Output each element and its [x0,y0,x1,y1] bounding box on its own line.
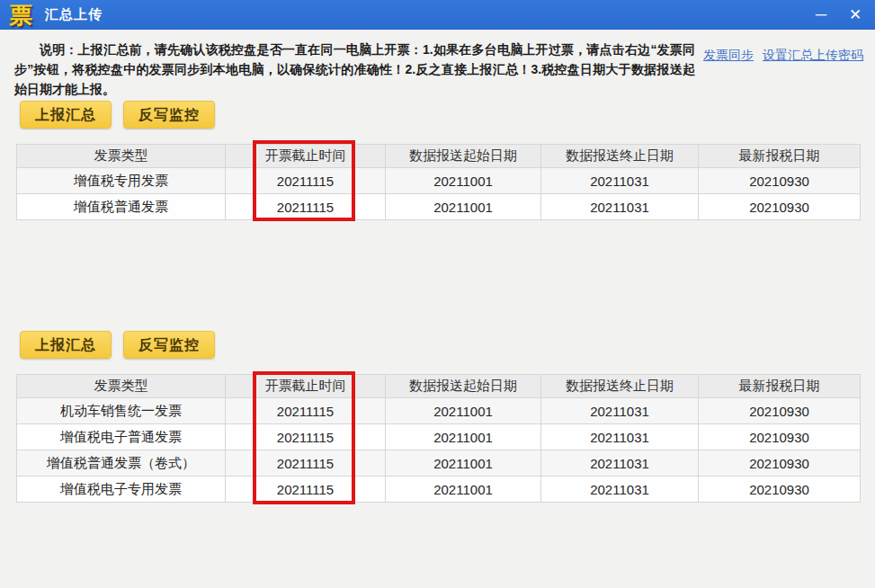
cell-invoice-type: 增值税电子普通发票 [17,424,226,450]
invoice-sync-link[interactable]: 发票同步 [703,48,754,64]
header-latest-tax-date: 最新报税日期 [699,375,861,398]
app-logo-icon: 票 [9,4,32,27]
cell-latest-tax-date: 20210930 [699,398,861,424]
table-row: 增值税电子普通发票 20211115 20211001 20211031 202… [17,424,861,450]
cell-report-start-date: 20211001 [386,450,541,477]
table1-header-row: 发票类型 开票截止时间 数据报送起始日期 数据报送终止日期 最新报税日期 [17,145,861,168]
cell-invoicing-deadline: 20211115 [226,168,386,194]
cell-report-start-date: 20211001 [386,194,541,220]
cell-invoice-type: 增值税普通发票（卷式） [17,450,226,477]
table-row: 增值税普通发票 20211115 20211001 20211031 20210… [17,194,861,220]
cell-report-end-date: 20211031 [541,424,699,450]
invoice-table-2: 发票类型 开票截止时间 数据报送起始日期 数据报送终止日期 最新报税日期 机动车… [16,374,861,503]
cell-report-end-date: 20211031 [541,168,699,194]
cell-invoicing-deadline: 20211115 [226,477,386,503]
writeback-monitor-button-2[interactable]: 反写监控 [123,331,215,359]
section2-button-row: 上报汇总 反写监控 [20,331,215,359]
cell-invoicing-deadline: 20211115 [226,194,386,220]
cell-invoicing-deadline: 20211115 [226,450,386,477]
header-report-start-date: 数据报送起始日期 [386,145,541,168]
cell-latest-tax-date: 20210930 [699,477,861,503]
table-row: 机动车销售统一发票 20211115 20211001 20211031 202… [17,398,861,424]
header-report-end-date: 数据报送终止日期 [541,145,699,168]
minimize-button[interactable]: ─ [810,4,832,26]
cell-invoice-type: 机动车销售统一发票 [17,398,226,424]
window-controls: ─ ✕ [810,4,866,26]
table-row: 增值税专用发票 20211115 20211001 20211031 20210… [17,168,861,194]
cell-latest-tax-date: 20210930 [699,194,861,220]
report-summary-button-1[interactable]: 上报汇总 [20,101,112,129]
titlebar: 票 汇总上传 ─ ✕ [0,0,875,30]
set-upload-password-link[interactable]: 设置汇总上传密码 [763,48,863,64]
table-row: 增值税电子专用发票 20211115 20211001 20211031 202… [17,477,861,503]
cell-latest-tax-date: 20210930 [699,450,861,477]
invoice-table-1: 发票类型 开票截止时间 数据报送起始日期 数据报送终止日期 最新报税日期 增值税… [16,144,861,220]
header-invoicing-deadline: 开票截止时间 [226,375,386,398]
header-invoicing-deadline: 开票截止时间 [226,145,386,168]
header-invoice-type: 发票类型 [17,145,226,168]
header-invoice-type: 发票类型 [17,375,226,398]
cell-invoice-type: 增值税电子专用发票 [17,477,226,503]
cell-report-start-date: 20211001 [386,424,541,450]
cell-report-start-date: 20211001 [386,398,541,424]
close-button[interactable]: ✕ [844,4,866,26]
header-report-end-date: 数据报送终止日期 [541,375,699,398]
cell-invoicing-deadline: 20211115 [226,424,386,450]
cell-report-end-date: 20211031 [541,450,699,477]
header-latest-tax-date: 最新报税日期 [699,145,861,168]
note-text: 说明：上报汇总前，请先确认该税控盘是否一直在同一电脑上开票：1.如果在多台电脑上… [14,40,695,99]
table2-header-row: 发票类型 开票截止时间 数据报送起始日期 数据报送终止日期 最新报税日期 [17,375,861,398]
report-summary-button-2[interactable]: 上报汇总 [20,331,112,359]
cell-invoicing-deadline: 20211115 [226,398,386,424]
writeback-monitor-button-1[interactable]: 反写监控 [123,101,215,129]
section1-button-row: 上报汇总 反写监控 [20,101,215,129]
cell-latest-tax-date: 20210930 [699,168,861,194]
table-row: 增值税普通发票（卷式） 20211115 20211001 20211031 2… [17,450,861,477]
cell-invoice-type: 增值税专用发票 [17,168,226,194]
cell-latest-tax-date: 20210930 [699,424,861,450]
cell-report-end-date: 20211031 [541,398,699,424]
top-links: 发票同步 设置汇总上传密码 [703,48,863,64]
window-title: 汇总上传 [45,6,103,23]
cell-invoice-type: 增值税普通发票 [17,194,226,220]
summary-upload-window: { "window": { "logo_glyph": "票", "title"… [0,0,875,588]
cell-report-start-date: 20211001 [386,477,541,503]
cell-report-start-date: 20211001 [386,168,541,194]
note-section: 说明：上报汇总前，请先确认该税控盘是否一直在同一电脑上开票：1.如果在多台电脑上… [0,30,875,99]
cell-report-end-date: 20211031 [541,194,699,220]
cell-report-end-date: 20211031 [541,477,699,503]
header-report-start-date: 数据报送起始日期 [386,375,541,398]
